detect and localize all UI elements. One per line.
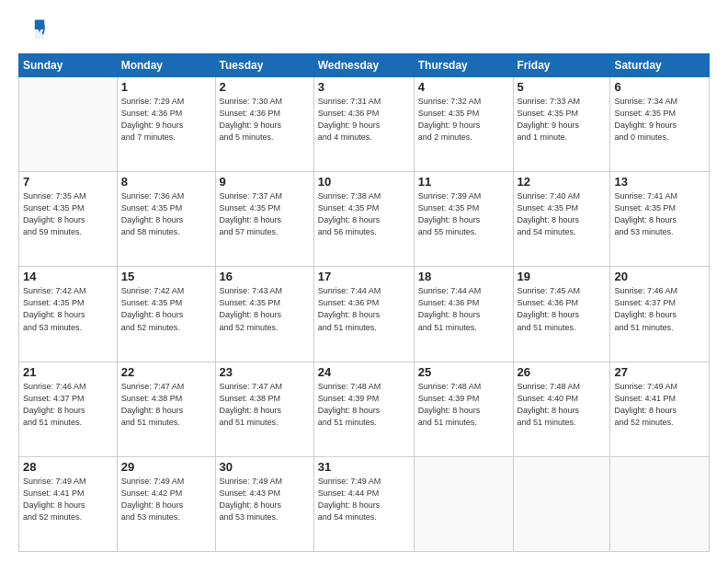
day-cell: 30Sunrise: 7:49 AMSunset: 4:43 PMDayligh… — [215, 456, 313, 551]
day-cell: 22Sunrise: 7:47 AMSunset: 4:38 PMDayligh… — [117, 362, 215, 456]
day-cell: 10Sunrise: 7:38 AMSunset: 4:35 PMDayligh… — [313, 172, 414, 267]
day-info: Sunrise: 7:48 AMSunset: 4:39 PMDaylight:… — [418, 381, 509, 429]
day-number: 14 — [23, 270, 113, 283]
day-cell: 7Sunrise: 7:35 AMSunset: 4:35 PMDaylight… — [19, 172, 118, 267]
day-info: Sunrise: 7:41 AMSunset: 4:35 PMDaylight:… — [614, 190, 705, 238]
day-info: Sunrise: 7:46 AMSunset: 4:37 PMDaylight:… — [23, 381, 113, 429]
day-cell: 27Sunrise: 7:49 AMSunset: 4:41 PMDayligh… — [610, 362, 710, 456]
day-number: 28 — [23, 460, 113, 474]
day-cell — [19, 77, 118, 172]
day-number: 15 — [121, 270, 211, 283]
weekday-header-saturday: Saturday — [610, 54, 710, 77]
day-cell: 31Sunrise: 7:49 AMSunset: 4:44 PMDayligh… — [313, 456, 414, 551]
day-info: Sunrise: 7:44 AMSunset: 4:36 PMDaylight:… — [418, 285, 509, 333]
calendar-table: SundayMondayTuesdayWednesdayThursdayFrid… — [18, 53, 710, 552]
day-number: 1 — [121, 80, 211, 94]
day-info: Sunrise: 7:45 AMSunset: 4:36 PMDaylight:… — [518, 285, 607, 333]
weekday-header-wednesday: Wednesday — [313, 54, 414, 77]
weekday-header-thursday: Thursday — [414, 54, 513, 77]
weekday-header-tuesday: Tuesday — [215, 54, 313, 77]
day-cell: 5Sunrise: 7:33 AMSunset: 4:35 PMDaylight… — [513, 77, 610, 172]
day-info: Sunrise: 7:48 AMSunset: 4:39 PMDaylight:… — [318, 381, 410, 429]
day-cell: 9Sunrise: 7:37 AMSunset: 4:35 PMDaylight… — [215, 172, 313, 267]
weekday-header-sunday: Sunday — [19, 54, 118, 77]
day-info: Sunrise: 7:48 AMSunset: 4:40 PMDaylight:… — [518, 381, 607, 429]
day-number: 3 — [318, 80, 410, 94]
day-info: Sunrise: 7:35 AMSunset: 4:35 PMDaylight:… — [23, 190, 113, 238]
day-info: Sunrise: 7:44 AMSunset: 4:36 PMDaylight:… — [318, 285, 410, 333]
day-cell: 26Sunrise: 7:48 AMSunset: 4:40 PMDayligh… — [513, 362, 610, 456]
day-number: 4 — [418, 80, 509, 94]
day-number: 7 — [23, 175, 113, 189]
weekday-header-friday: Friday — [513, 54, 610, 77]
day-info: Sunrise: 7:49 AMSunset: 4:42 PMDaylight:… — [121, 476, 211, 523]
day-number: 16 — [220, 270, 310, 283]
day-info: Sunrise: 7:49 AMSunset: 4:41 PMDaylight:… — [23, 476, 113, 523]
day-info: Sunrise: 7:36 AMSunset: 4:35 PMDaylight:… — [121, 190, 211, 238]
day-cell: 2Sunrise: 7:30 AMSunset: 4:36 PMDaylight… — [215, 77, 313, 172]
day-cell: 19Sunrise: 7:45 AMSunset: 4:36 PMDayligh… — [513, 267, 610, 362]
weekday-header-monday: Monday — [117, 54, 215, 77]
day-number: 18 — [418, 270, 509, 283]
day-number: 2 — [220, 80, 310, 94]
week-row-4: 28Sunrise: 7:49 AMSunset: 4:41 PMDayligh… — [19, 456, 710, 551]
header — [18, 17, 710, 46]
day-info: Sunrise: 7:40 AMSunset: 4:35 PMDaylight:… — [518, 190, 607, 238]
day-cell: 1Sunrise: 7:29 AMSunset: 4:36 PMDaylight… — [117, 77, 215, 172]
day-number: 5 — [518, 80, 607, 94]
day-cell — [610, 456, 710, 551]
week-row-0: 1Sunrise: 7:29 AMSunset: 4:36 PMDaylight… — [19, 77, 710, 172]
day-number: 6 — [614, 80, 705, 94]
day-number: 10 — [318, 175, 410, 189]
day-cell: 4Sunrise: 7:32 AMSunset: 4:35 PMDaylight… — [414, 77, 513, 172]
day-info: Sunrise: 7:47 AMSunset: 4:38 PMDaylight:… — [220, 381, 310, 429]
day-info: Sunrise: 7:31 AMSunset: 4:36 PMDaylight:… — [318, 96, 410, 144]
day-info: Sunrise: 7:49 AMSunset: 4:44 PMDaylight:… — [318, 476, 410, 523]
day-info: Sunrise: 7:43 AMSunset: 4:35 PMDaylight:… — [220, 285, 310, 333]
day-number: 13 — [614, 175, 705, 189]
day-number: 27 — [614, 365, 705, 379]
day-cell: 24Sunrise: 7:48 AMSunset: 4:39 PMDayligh… — [313, 362, 414, 456]
day-cell: 14Sunrise: 7:42 AMSunset: 4:35 PMDayligh… — [19, 267, 118, 362]
day-info: Sunrise: 7:38 AMSunset: 4:35 PMDaylight:… — [318, 190, 410, 238]
day-info: Sunrise: 7:42 AMSunset: 4:35 PMDaylight:… — [23, 285, 113, 333]
day-cell: 16Sunrise: 7:43 AMSunset: 4:35 PMDayligh… — [215, 267, 313, 362]
day-info: Sunrise: 7:49 AMSunset: 4:43 PMDaylight:… — [220, 476, 310, 523]
day-cell: 3Sunrise: 7:31 AMSunset: 4:36 PMDaylight… — [313, 77, 414, 172]
weekday-header-row: SundayMondayTuesdayWednesdayThursdayFrid… — [19, 54, 710, 77]
day-cell: 29Sunrise: 7:49 AMSunset: 4:42 PMDayligh… — [117, 456, 215, 551]
day-info: Sunrise: 7:37 AMSunset: 4:35 PMDaylight:… — [220, 190, 310, 238]
day-number: 21 — [23, 365, 113, 379]
day-number: 9 — [220, 175, 310, 189]
day-info: Sunrise: 7:34 AMSunset: 4:35 PMDaylight:… — [614, 96, 705, 144]
day-cell: 11Sunrise: 7:39 AMSunset: 4:35 PMDayligh… — [414, 172, 513, 267]
day-cell: 15Sunrise: 7:42 AMSunset: 4:35 PMDayligh… — [117, 267, 215, 362]
day-cell: 12Sunrise: 7:40 AMSunset: 4:35 PMDayligh… — [513, 172, 610, 267]
day-cell: 17Sunrise: 7:44 AMSunset: 4:36 PMDayligh… — [313, 267, 414, 362]
day-cell — [513, 456, 610, 551]
day-number: 22 — [121, 365, 211, 379]
day-cell: 21Sunrise: 7:46 AMSunset: 4:37 PMDayligh… — [19, 362, 118, 456]
day-info: Sunrise: 7:42 AMSunset: 4:35 PMDaylight:… — [121, 285, 211, 333]
day-number: 30 — [220, 460, 310, 474]
day-info: Sunrise: 7:29 AMSunset: 4:36 PMDaylight:… — [121, 96, 211, 144]
day-number: 23 — [220, 365, 310, 379]
day-info: Sunrise: 7:47 AMSunset: 4:38 PMDaylight:… — [121, 381, 211, 429]
day-number: 19 — [518, 270, 607, 283]
day-number: 29 — [121, 460, 211, 474]
logo-icon — [20, 17, 46, 42]
day-number: 11 — [418, 175, 509, 189]
logo — [18, 17, 46, 46]
day-cell: 8Sunrise: 7:36 AMSunset: 4:35 PMDaylight… — [117, 172, 215, 267]
day-info: Sunrise: 7:33 AMSunset: 4:35 PMDaylight:… — [518, 96, 607, 144]
day-number: 17 — [318, 270, 410, 283]
day-cell: 20Sunrise: 7:46 AMSunset: 4:37 PMDayligh… — [610, 267, 710, 362]
day-info: Sunrise: 7:32 AMSunset: 4:35 PMDaylight:… — [418, 96, 509, 144]
day-number: 20 — [614, 270, 705, 283]
day-number: 31 — [318, 460, 410, 474]
day-info: Sunrise: 7:39 AMSunset: 4:35 PMDaylight:… — [418, 190, 509, 238]
day-number: 24 — [318, 365, 410, 379]
day-cell — [414, 456, 513, 551]
calendar-page: SundayMondayTuesdayWednesdayThursdayFrid… — [0, 0, 728, 563]
day-cell: 6Sunrise: 7:34 AMSunset: 4:35 PMDaylight… — [610, 77, 710, 172]
